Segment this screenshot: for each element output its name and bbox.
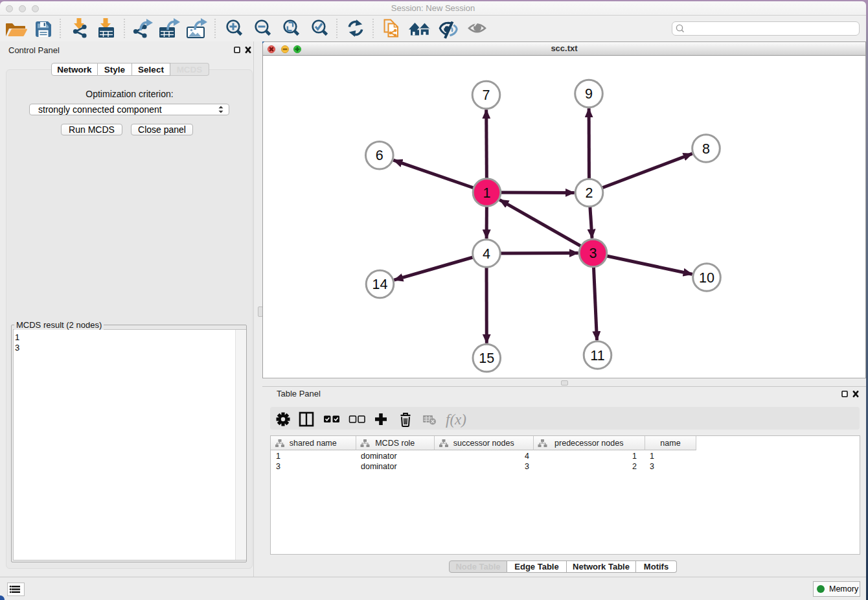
svg-text:1: 1 [483, 185, 491, 201]
svg-text:9: 9 [585, 86, 593, 102]
svg-text:11: 11 [590, 348, 604, 363]
svg-text:2: 2 [586, 185, 593, 201]
svg-text:10: 10 [699, 270, 714, 286]
svg-text:4: 4 [483, 246, 490, 262]
svg-text:f(x): f(x) [446, 411, 466, 428]
svg-text:15: 15 [479, 351, 494, 366]
svg-text:6: 6 [376, 148, 383, 163]
svg-text:14: 14 [372, 277, 388, 292]
svg-text:7: 7 [483, 87, 490, 103]
svg-text:8: 8 [702, 141, 710, 157]
svg-text:3: 3 [589, 246, 597, 261]
